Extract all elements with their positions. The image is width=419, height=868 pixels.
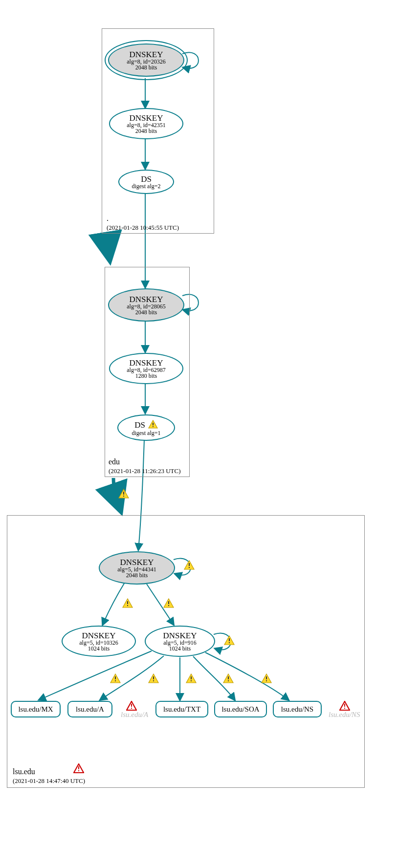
zone-lsu-ts: (2021-01-28 14:47:40 UTC) xyxy=(13,777,85,784)
node-rr-soa[interactable]: lsu.edu/SOA xyxy=(214,701,267,717)
zone-lsu-name: lsu.edu xyxy=(13,767,35,776)
warning-icon xyxy=(118,489,129,499)
svg-rect-3 xyxy=(123,496,124,497)
svg-rect-6 xyxy=(127,601,128,604)
node-root-zsk[interactable]: DNSKEY alg=8, id=42351 2048 bits xyxy=(109,108,183,139)
node-root-zsk-alg: alg=8, id=42351 xyxy=(127,122,166,128)
ghost-rr-a: lsu.edu/A xyxy=(121,711,148,719)
node-lsu-ksk[interactable]: DNSKEY alg=5, id=44341 2048 bits xyxy=(99,551,175,585)
node-edu-ds-title: DS xyxy=(134,421,145,429)
svg-rect-16 xyxy=(191,676,192,679)
node-rr-a[interactable]: lsu.edu/A xyxy=(67,701,112,717)
svg-rect-23 xyxy=(131,708,132,709)
node-edu-ksk[interactable]: DNSKEY alg=8, id=28065 2048 bits xyxy=(108,288,184,322)
svg-rect-7 xyxy=(127,605,128,606)
svg-rect-11 xyxy=(229,642,230,643)
error-icon xyxy=(73,763,84,773)
warning-icon xyxy=(148,673,159,683)
rr-soa-label: lsu.edu/SOA xyxy=(221,706,259,713)
node-root-zsk-bits: 2048 bits xyxy=(135,128,157,134)
svg-rect-14 xyxy=(153,676,154,679)
warning-icon xyxy=(223,673,234,683)
svg-rect-25 xyxy=(344,708,345,709)
node-lsu-ksk-bits: 2048 bits xyxy=(126,572,148,578)
svg-rect-22 xyxy=(131,704,132,707)
node-root-ds-title: DS xyxy=(141,175,152,183)
node-edu-zsk-bits: 1280 bits xyxy=(135,373,157,379)
warning-icon xyxy=(148,420,158,430)
zone-edu-ts: (2021-01-28 11:26:23 UTC) xyxy=(109,467,181,475)
node-root-ksk-bits: 2048 bits xyxy=(135,65,157,70)
svg-rect-26 xyxy=(78,766,79,769)
node-edu-ds-alg: digest alg=1 xyxy=(132,430,160,436)
node-edu-ksk-bits: 2048 bits xyxy=(135,309,157,315)
node-lsu-zsk2-title: DNSKEY xyxy=(163,631,197,640)
svg-rect-1 xyxy=(153,426,154,427)
warning-icon xyxy=(163,598,174,608)
node-lsu-zsk2[interactable]: DNSKEY alg=5, id=916 1024 bits xyxy=(145,626,215,657)
warning-icon xyxy=(261,673,272,683)
warning-icon xyxy=(184,560,195,570)
node-rr-txt[interactable]: lsu.edu/TXT xyxy=(155,701,208,717)
zone-edu-name: edu xyxy=(109,457,120,466)
warning-icon xyxy=(110,673,121,683)
ghost-rr-ns: lsu.edu/NS xyxy=(329,711,360,719)
node-edu-zsk-title: DNSKEY xyxy=(130,359,163,367)
node-root-ksk-title: DNSKEY xyxy=(130,50,163,59)
rr-a-label: lsu.edu/A xyxy=(76,706,104,713)
svg-rect-15 xyxy=(153,680,154,681)
warning-icon xyxy=(186,673,197,683)
svg-rect-27 xyxy=(78,770,79,771)
zone-root-label: . (2021-01-28 10:45:55 UTC) xyxy=(107,214,179,231)
node-lsu-ksk-title: DNSKEY xyxy=(120,558,154,566)
svg-rect-0 xyxy=(153,423,154,425)
svg-rect-21 xyxy=(266,680,267,681)
svg-rect-24 xyxy=(344,704,345,707)
node-lsu-zsk1-alg: alg=5, id=10326 xyxy=(79,640,118,646)
svg-rect-10 xyxy=(229,638,230,641)
svg-rect-5 xyxy=(189,567,190,568)
node-lsu-zsk1-title: DNSKEY xyxy=(82,631,116,640)
svg-rect-13 xyxy=(115,680,116,681)
svg-rect-2 xyxy=(123,492,124,495)
node-root-ksk-alg: alg=8, id=20326 xyxy=(127,59,166,65)
node-edu-zsk-alg: alg=8, id=62987 xyxy=(127,367,166,373)
svg-rect-9 xyxy=(168,605,169,606)
node-edu-ksk-alg: alg=8, id=28065 xyxy=(127,304,166,309)
node-edu-ds[interactable]: DS digest alg=1 xyxy=(117,414,175,441)
node-rr-mx[interactable]: lsu.edu/MX xyxy=(11,701,61,717)
node-lsu-zsk2-bits: 1024 bits xyxy=(169,646,191,651)
svg-rect-8 xyxy=(168,601,169,604)
zone-root-ts: (2021-01-28 10:45:55 UTC) xyxy=(107,224,179,231)
svg-rect-19 xyxy=(228,680,229,681)
node-root-zsk-title: DNSKEY xyxy=(130,114,163,122)
error-icon xyxy=(126,701,137,711)
node-root-ksk[interactable]: DNSKEY alg=8, id=20326 2048 bits xyxy=(108,43,184,77)
rr-ns-label: lsu.edu/NS xyxy=(281,706,313,713)
node-root-ds[interactable]: DS digest alg=2 xyxy=(118,170,174,194)
node-lsu-zsk1-bits: 1024 bits xyxy=(88,646,110,651)
svg-rect-4 xyxy=(189,563,190,566)
svg-rect-18 xyxy=(228,676,229,679)
rr-txt-label: lsu.edu/TXT xyxy=(163,706,200,713)
node-lsu-zsk1[interactable]: DNSKEY alg=5, id=10326 1024 bits xyxy=(62,626,136,657)
node-lsu-ksk-alg: alg=5, id=44341 xyxy=(117,566,156,572)
error-icon xyxy=(339,701,350,711)
zone-edu-label: edu (2021-01-28 11:26:23 UTC) xyxy=(109,457,181,475)
node-root-ds-alg: digest alg=2 xyxy=(132,183,160,189)
svg-rect-17 xyxy=(191,680,192,681)
warning-icon xyxy=(122,598,133,608)
node-edu-ksk-title: DNSKEY xyxy=(130,295,163,304)
warning-icon xyxy=(224,635,235,645)
node-edu-zsk[interactable]: DNSKEY alg=8, id=62987 1280 bits xyxy=(109,353,183,384)
node-rr-ns[interactable]: lsu.edu/NS xyxy=(273,701,322,717)
svg-rect-12 xyxy=(115,676,116,679)
node-lsu-zsk2-alg: alg=5, id=916 xyxy=(163,640,197,646)
rr-mx-label: lsu.edu/MX xyxy=(18,706,53,713)
zone-root-name: . xyxy=(107,214,109,222)
svg-rect-20 xyxy=(266,676,267,679)
